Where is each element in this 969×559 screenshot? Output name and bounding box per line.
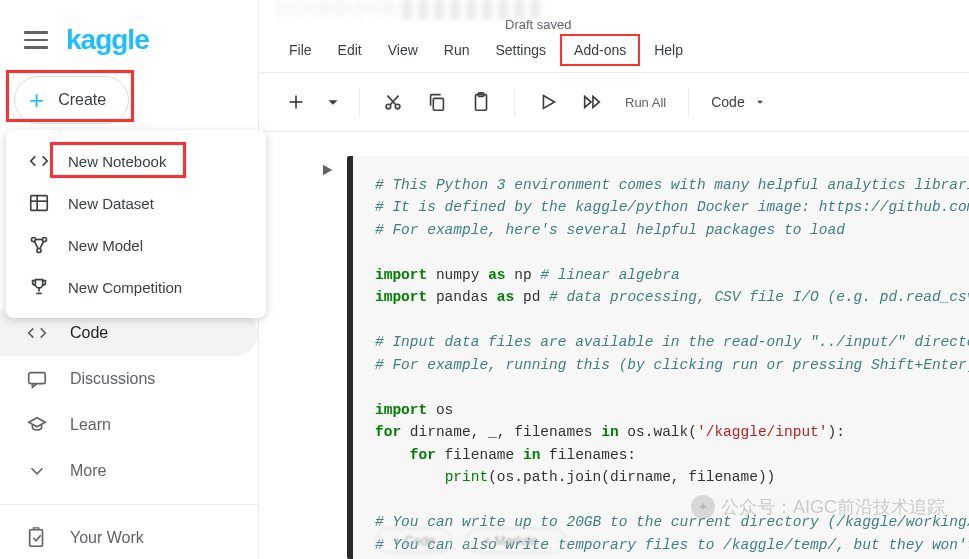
sidebar-item-label: Discussions (70, 370, 155, 388)
code-text: filename (436, 447, 523, 463)
create-menu: New Notebook New Dataset New Model New C… (6, 130, 266, 318)
menu-run[interactable]: Run (432, 36, 482, 64)
model-icon (28, 234, 50, 256)
code-text: ): (828, 424, 845, 440)
kaggle-logo[interactable]: kaggle (66, 24, 149, 56)
code-text (375, 469, 445, 485)
create-button[interactable]: + Create (14, 76, 129, 124)
add-cell-button[interactable] (277, 83, 315, 121)
svg-marker-29 (585, 97, 591, 108)
code-text: pd (514, 289, 549, 305)
code-text: import (375, 402, 427, 418)
cell-insert-chips: + Code + Markdo... (376, 528, 566, 553)
svg-line-6 (34, 241, 38, 248)
code-text: pandas (427, 289, 497, 305)
your-work-icon (26, 527, 48, 549)
menu-item-label: New Notebook (68, 153, 166, 170)
code-text: print (445, 469, 489, 485)
add-cell-dropdown[interactable] (321, 83, 345, 121)
code-text: numpy (427, 267, 488, 283)
code-text: os (427, 402, 453, 418)
separator (359, 88, 360, 116)
code-text: '/kaggle/input' (697, 424, 828, 440)
run-cell-button[interactable] (319, 162, 335, 181)
menu-add-ons[interactable]: Add-ons (560, 34, 640, 66)
code-text: np (506, 267, 541, 283)
menu-edit[interactable]: Edit (326, 36, 374, 64)
sidebar-item-label: More (70, 462, 106, 480)
code-icon (26, 322, 48, 344)
code-text: as (497, 289, 514, 305)
create-menu-new-model[interactable]: New Model (6, 224, 266, 266)
svg-marker-28 (543, 96, 554, 109)
menu-button[interactable] (24, 28, 48, 52)
menu-item-label: New Model (68, 237, 143, 254)
sidebar-item-discussions[interactable]: Discussions (0, 356, 258, 402)
run-all-button[interactable]: Run All (617, 95, 674, 110)
add-markdown-chip[interactable]: + Markdo... (466, 528, 565, 553)
create-menu-new-competition[interactable]: New Competition (6, 266, 266, 308)
create-button-label: Create (58, 91, 106, 109)
code-text: for (375, 424, 401, 440)
code-text: in (523, 447, 540, 463)
paste-button[interactable] (462, 83, 500, 121)
toolbar: Run All Code (259, 72, 969, 132)
notebook-title[interactable]: notebook▮▮▮▮▮▮▮▮▮ (277, 0, 951, 23)
svg-point-5 (37, 248, 41, 252)
code-text: for (410, 447, 436, 463)
code-text (375, 447, 410, 463)
sidebar-item-label: Learn (70, 416, 111, 434)
create-menu-new-dataset[interactable]: New Dataset (6, 182, 266, 224)
create-menu-new-notebook[interactable]: New Notebook (6, 140, 266, 182)
sidebar-item-learn[interactable]: Learn (0, 402, 258, 448)
code-text: # linear algebra (540, 267, 679, 283)
code-text: as (488, 267, 505, 283)
code-text: filenames: (540, 447, 636, 463)
copy-button[interactable] (418, 83, 456, 121)
run-fast-forward-button[interactable] (573, 83, 611, 121)
trophy-icon (28, 276, 50, 298)
svg-point-3 (31, 237, 35, 241)
svg-line-7 (40, 241, 44, 248)
cell-type-label: Code (711, 94, 744, 110)
table-icon (28, 192, 50, 214)
separator (688, 88, 689, 116)
sidebar-item-label: Code (70, 324, 108, 342)
sidebar-item-label: Your Work (70, 529, 144, 547)
code-text: in (601, 424, 618, 440)
cell-type-dropdown[interactable]: Code (703, 94, 774, 110)
sidebar-item-your-work[interactable]: Your Work (0, 515, 258, 559)
menu-help[interactable]: Help (642, 36, 695, 64)
plus-icon: + (29, 87, 44, 113)
chevron-down-icon (26, 460, 48, 482)
code-text: # data processing, CSV file I/O (e.g. pd… (549, 289, 969, 305)
code-cell[interactable]: # This Python 3 environment comes with m… (347, 156, 969, 559)
svg-rect-18 (30, 530, 43, 547)
code-icon (28, 150, 50, 172)
svg-point-4 (42, 237, 46, 241)
run-button[interactable] (529, 83, 567, 121)
sidebar-item-more[interactable]: More (0, 448, 258, 494)
divider (0, 504, 258, 505)
svg-marker-30 (593, 97, 599, 108)
svg-rect-0 (31, 196, 48, 211)
svg-point-21 (386, 104, 391, 109)
learn-icon (26, 414, 48, 436)
code-text: # Input data files are available in the … (375, 334, 969, 350)
code-text: # For example, here's several helpful pa… (375, 222, 845, 238)
code-text: # It is defined by the kaggle/python Doc… (375, 199, 969, 215)
cut-button[interactable] (374, 83, 412, 121)
code-text: (os.path.join(dirname, filename)) (488, 469, 775, 485)
menubar: File Edit View Run Settings Add-ons Help (277, 32, 951, 72)
menu-file[interactable]: File (277, 36, 324, 64)
menu-view[interactable]: View (376, 36, 430, 64)
code-text: # This Python 3 environment comes with m… (375, 177, 969, 193)
add-code-chip[interactable]: + Code (376, 528, 452, 553)
code-text: os.walk( (619, 424, 697, 440)
separator (514, 88, 515, 116)
code-text: import (375, 289, 427, 305)
svg-point-22 (395, 104, 400, 109)
menu-item-label: New Competition (68, 279, 182, 296)
code-text: # For example, running this (by clicking… (375, 357, 969, 373)
menu-settings[interactable]: Settings (483, 36, 558, 64)
